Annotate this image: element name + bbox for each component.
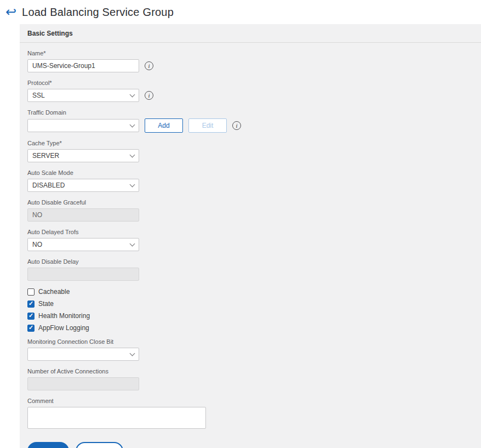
comment-textarea[interactable] xyxy=(27,407,206,429)
auto-scale-mode-select[interactable]: DISABLED xyxy=(27,179,139,192)
checkbox-group: Cacheable State Health Monitoring AppFlo… xyxy=(27,288,473,332)
auto-delayed-trofs-selected-value: NO xyxy=(32,241,42,248)
protocol-select[interactable]: SSL xyxy=(27,89,139,102)
auto-disable-graceful-label: Auto Disable Graceful xyxy=(27,199,473,206)
field-comment: Comment xyxy=(27,398,473,431)
panel-header: Basic Settings xyxy=(20,24,481,43)
footer-actions: OK Cancel xyxy=(27,442,473,448)
chevron-down-icon xyxy=(130,92,135,97)
field-number-of-active-connections: Number of Active Connections xyxy=(27,368,473,390)
health-monitoring-checkbox-label: Health Monitoring xyxy=(38,312,90,320)
health-monitoring-checkbox[interactable] xyxy=(27,313,35,320)
state-checkbox[interactable] xyxy=(27,300,35,308)
auto-delayed-trofs-select[interactable]: NO xyxy=(27,238,139,251)
cacheable-checkbox[interactable] xyxy=(27,288,35,296)
auto-scale-mode-selected-value: DISABLED xyxy=(32,182,65,189)
monitoring-connection-close-bit-label: Monitoring Connection Close Bit xyxy=(27,338,473,345)
auto-disable-delay-input xyxy=(27,268,139,281)
state-checkbox-label: State xyxy=(38,300,54,308)
ok-button[interactable]: OK xyxy=(27,442,69,448)
health-monitoring-checkbox-row[interactable]: Health Monitoring xyxy=(27,312,473,320)
auto-disable-delay-label: Auto Disable Delay xyxy=(27,258,473,265)
edit-button: Edit xyxy=(188,118,227,133)
chevron-down-icon xyxy=(130,152,135,157)
back-arrow-icon[interactable]: ↩ xyxy=(5,5,16,19)
chevron-down-icon xyxy=(130,182,135,187)
field-auto-delayed-trofs: Auto Delayed Trofs NO xyxy=(27,229,473,251)
field-auto-scale-mode: Auto Scale Mode DISABLED xyxy=(27,169,473,192)
auto-disable-graceful-input: NO xyxy=(27,208,139,222)
appflow-logging-checkbox-label: AppFlow Logging xyxy=(38,324,89,332)
field-name: Name* i xyxy=(27,50,473,72)
page-header: ↩ Load Balancing Service Group xyxy=(5,5,174,19)
cache-type-selected-value: SERVER xyxy=(32,152,59,160)
chevron-down-icon xyxy=(130,122,135,127)
auto-scale-mode-label: Auto Scale Mode xyxy=(27,169,473,176)
field-protocol: Protocol* SSL i xyxy=(27,80,473,102)
traffic-domain-select[interactable] xyxy=(27,119,139,132)
state-checkbox-row[interactable]: State xyxy=(27,300,473,308)
name-label: Name* xyxy=(27,50,473,56)
panel-body: Name* i Protocol* SSL i Traffic Domain xyxy=(20,43,481,448)
protocol-label: Protocol* xyxy=(27,80,473,86)
number-of-active-connections-label: Number of Active Connections xyxy=(27,368,473,375)
auto-delayed-trofs-label: Auto Delayed Trofs xyxy=(27,229,473,235)
cacheable-checkbox-label: Cacheable xyxy=(38,288,70,296)
appflow-logging-checkbox-row[interactable]: AppFlow Logging xyxy=(27,324,473,332)
monitoring-connection-close-bit-select[interactable] xyxy=(27,348,139,361)
appflow-logging-checkbox[interactable] xyxy=(27,325,35,332)
protocol-selected-value: SSL xyxy=(32,92,45,99)
protocol-info-icon[interactable]: i xyxy=(145,91,153,100)
comment-label: Comment xyxy=(27,398,473,404)
field-traffic-domain: Traffic Domain Add Edit i xyxy=(27,109,473,133)
field-auto-disable-delay: Auto Disable Delay xyxy=(27,258,473,281)
name-info-icon[interactable]: i xyxy=(145,61,153,70)
traffic-domain-label: Traffic Domain xyxy=(27,109,473,116)
field-monitoring-connection-close-bit: Monitoring Connection Close Bit xyxy=(27,338,473,361)
traffic-domain-info-icon[interactable]: i xyxy=(232,121,241,130)
field-cache-type: Cache Type* SERVER xyxy=(27,140,473,162)
chevron-down-icon xyxy=(130,350,135,356)
auto-disable-graceful-value: NO xyxy=(32,211,42,219)
basic-settings-panel: Basic Settings Name* i Protocol* SSL i T… xyxy=(20,24,481,448)
page-title: Load Balancing Service Group xyxy=(22,6,174,19)
chevron-down-icon xyxy=(130,241,135,246)
cacheable-checkbox-row[interactable]: Cacheable xyxy=(27,288,473,296)
name-input[interactable] xyxy=(27,59,139,72)
cancel-button[interactable]: Cancel xyxy=(76,442,123,448)
field-auto-disable-graceful: Auto Disable Graceful NO xyxy=(27,199,473,222)
number-of-active-connections-input xyxy=(27,377,139,390)
cache-type-select[interactable]: SERVER xyxy=(27,149,139,162)
cache-type-label: Cache Type* xyxy=(27,140,473,146)
add-button[interactable]: Add xyxy=(145,118,183,133)
